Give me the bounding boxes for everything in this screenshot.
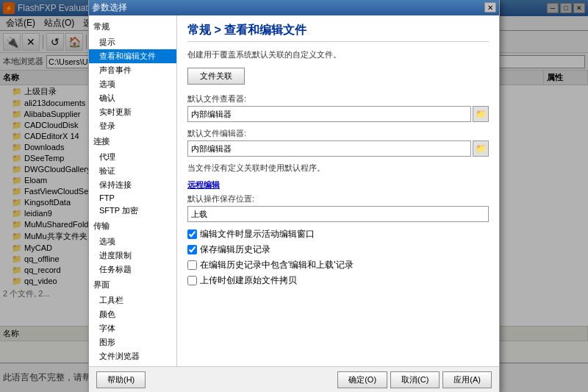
editor-row: 默认文件编辑器: 内部编辑器 📁 (187, 128, 489, 157)
checkbox-row-3: 在编辑历史记录中包含'编辑和上载'记录 (187, 259, 489, 271)
nav-item-file-browser[interactable]: 文件浏览器 (89, 349, 176, 363)
save-location-label: 默认操作保存位置: (187, 193, 489, 204)
nav-item-trans-options[interactable]: 选项 (89, 235, 176, 249)
footer-right: 确定(O) 取消(C) 应用(A) (337, 371, 492, 388)
checkbox-label-2: 保存编辑历史记录 (200, 243, 270, 256)
nav-item-colors[interactable]: 颜色 (89, 307, 176, 321)
editor-select[interactable]: 内部编辑器 (187, 140, 471, 157)
nav-item-login[interactable]: 登录 (89, 119, 176, 133)
dialog-footer: 帮助(H) 确定(O) 取消(C) 应用(A) (89, 366, 499, 392)
nav-section-ui: 界面 (89, 277, 176, 293)
checkbox-label-3: 在编辑历史记录中包含'编辑和上载'记录 (200, 259, 354, 271)
dialog: 参数选择 ✕ 常规 提示 查看和编辑文件 声音事件 选项 确认 实时更新 登录 … (88, 0, 500, 392)
nav-item-toolbar[interactable]: 工具栏 (89, 293, 176, 307)
nav-item-proxy[interactable]: 代理 (89, 150, 176, 164)
dialog-nav: 常规 提示 查看和编辑文件 声音事件 选项 确认 实时更新 登录 连接 代理 验… (89, 15, 177, 366)
dialog-right: 常规 > 查看和编辑文件 创建用于覆盖系统默认关联的自定义文件。 文件关联 默认… (177, 15, 499, 366)
dialog-content: 常规 提示 查看和编辑文件 声音事件 选项 确认 实时更新 登录 连接 代理 验… (89, 15, 499, 366)
nav-item-options[interactable]: 选项 (89, 77, 176, 91)
checkbox-save-history[interactable] (187, 245, 197, 254)
nav-item-tips[interactable]: 提示 (89, 35, 176, 49)
nav-item-auth[interactable]: 验证 (89, 164, 176, 178)
checkbox-label-4: 上传时创建原始文件拷贝 (200, 274, 297, 287)
checkbox-row-4: 上传时创建原始文件拷贝 (187, 274, 489, 287)
nav-section-transfer: 传输 (89, 218, 176, 235)
save-location-select[interactable]: 上载 下载 询问 (187, 206, 489, 222)
checkbox-create-backup[interactable] (187, 276, 197, 285)
nav-item-confirm[interactable]: 确认 (89, 91, 176, 105)
help-button[interactable]: 帮助(H) (96, 371, 146, 388)
checkbox-row-1: 编辑文件时显示活动编辑窗口 (187, 228, 489, 240)
remote-edit-section[interactable]: 远程编辑 (187, 179, 489, 190)
viewer-select[interactable]: 内部编辑器 (187, 106, 471, 122)
editor-browse-button[interactable]: 📁 (473, 140, 489, 157)
nav-item-keepalive[interactable]: 保持连接 (89, 178, 176, 192)
nav-item-view-edit[interactable]: 查看和编辑文件 (89, 49, 176, 63)
nav-section-connection: 连接 (89, 133, 176, 150)
save-location-wrapper: 上载 下载 询问 (187, 206, 489, 222)
nav-item-realtime[interactable]: 实时更新 (89, 105, 176, 119)
nav-item-ftp[interactable]: FTP (89, 192, 176, 204)
dialog-overlay: 参数选择 ✕ 常规 提示 查看和编辑文件 声音事件 选项 确认 实时更新 登录 … (0, 0, 588, 392)
nav-item-graphics[interactable]: 图形 (89, 335, 176, 349)
file-assoc-button[interactable]: 文件关联 (187, 68, 245, 85)
dialog-title: 参数选择 (92, 1, 127, 14)
viewer-select-wrapper: 内部编辑器 📁 (187, 106, 489, 122)
editor-label: 默认文件编辑器: (187, 128, 489, 139)
nav-item-sound[interactable]: 声音事件 (89, 63, 176, 77)
dialog-close-button[interactable]: ✕ (484, 2, 496, 13)
checkbox-include-upload[interactable] (187, 260, 197, 270)
save-location-row: 默认操作保存位置: 上载 下载 询问 (187, 193, 489, 222)
dialog-titlebar: 参数选择 ✕ (89, 0, 499, 15)
nav-item-sftp[interactable]: SFTP 加密 (89, 204, 176, 218)
viewer-row: 默认文件查看器: 内部编辑器 📁 (187, 93, 489, 122)
viewer-label: 默认文件查看器: (187, 93, 489, 104)
nav-item-speed-limit[interactable]: 进度限制 (89, 249, 176, 263)
checkbox-row-2: 保存编辑历史记录 (187, 243, 489, 256)
cancel-button[interactable]: 取消(C) (390, 371, 440, 388)
checkbox-label-1: 编辑文件时显示活动编辑窗口 (200, 228, 315, 240)
apply-button[interactable]: 应用(A) (442, 371, 492, 388)
footer-left: 帮助(H) (96, 371, 146, 388)
dialog-desc: 创建用于覆盖系统默认关联的自定义文件。 (187, 49, 489, 60)
nav-item-task-title[interactable]: 任务标题 (89, 263, 176, 277)
dialog-section-title: 常规 > 查看和编辑文件 (187, 23, 489, 42)
nav-item-fonts[interactable]: 字体 (89, 321, 176, 335)
ok-button[interactable]: 确定(O) (337, 371, 387, 388)
checkbox-show-editor[interactable] (187, 229, 197, 239)
no-assoc-note: 当文件没有定义关联时使用默认程序。 (187, 163, 489, 174)
nav-section-general: 常规 (89, 18, 176, 35)
editor-select-wrapper: 内部编辑器 📁 (187, 140, 489, 157)
viewer-browse-button[interactable]: 📁 (473, 106, 489, 122)
